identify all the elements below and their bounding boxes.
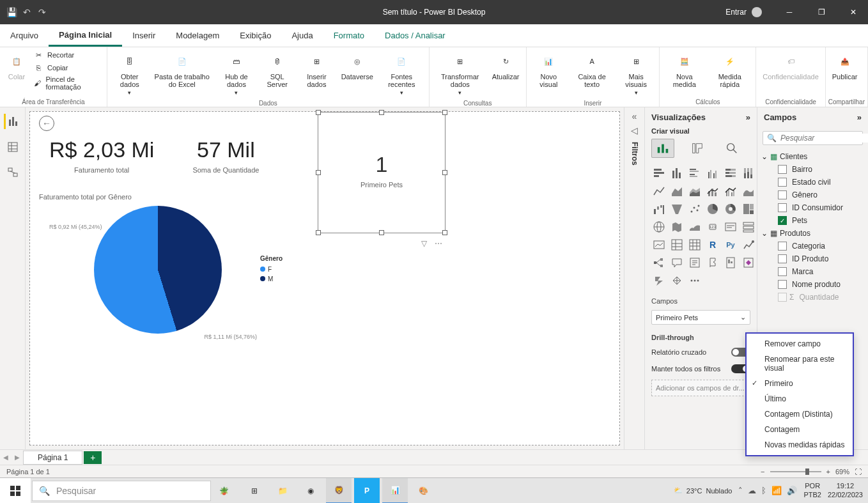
hub-dados-button[interactable]: 🗃Hub de dados▾ — [215, 49, 258, 98]
line-clustered-column-icon[interactable] — [723, 183, 738, 199]
resize-handle[interactable] — [316, 170, 321, 175]
table-icon[interactable] — [687, 237, 702, 252]
checkbox[interactable] — [778, 280, 787, 289]
close-button[interactable]: ✕ — [839, 0, 868, 24]
goals-icon[interactable] — [705, 255, 720, 270]
field-quantidade[interactable]: ΣQuantidade — [761, 291, 864, 304]
mais-visuais-button[interactable]: ⊞Mais visuais▾ — [616, 49, 656, 98]
ribbon-chart-icon[interactable] — [741, 183, 756, 199]
stacked-bar-icon[interactable] — [651, 166, 667, 181]
menu-formato[interactable]: Formato — [323, 24, 375, 47]
more-visuals-icon[interactable] — [687, 273, 702, 288]
pincel-button[interactable]: 🖌Pincel de formatação — [33, 75, 102, 91]
field-estado-civil[interactable]: Estado civil — [761, 176, 864, 189]
qa-visual-icon[interactable] — [669, 255, 685, 270]
menu-contagem[interactable]: Contagem — [747, 422, 853, 437]
r-visual-icon[interactable]: R — [705, 237, 720, 252]
more-icon[interactable]: ⋯ — [435, 239, 442, 248]
checkbox[interactable] — [778, 254, 787, 263]
kpi-faturamento[interactable]: R$ 2,03 Mi Faturamento total — [49, 137, 154, 174]
maximize-button[interactable]: ❐ — [807, 0, 836, 24]
field-categoria[interactable]: Categoria — [761, 240, 864, 252]
report-view-button[interactable] — [4, 114, 19, 129]
slicer-icon[interactable] — [669, 237, 685, 252]
resize-handle[interactable] — [379, 110, 384, 115]
field-nome-produto[interactable]: Nome produto — [761, 278, 864, 291]
menu-contagem-distinta[interactable]: Contagem (Distinta) — [747, 406, 853, 422]
clustered-column-icon[interactable] — [705, 166, 720, 181]
powerbi-icon[interactable]: 📊 — [382, 478, 408, 504]
obter-dados-button[interactable]: 🗄Obter dados▾ — [110, 49, 150, 98]
inserir-dados-button[interactable]: ⊞Inserir dados — [296, 49, 337, 91]
collapse-icon[interactable]: » — [746, 112, 750, 122]
save-icon[interactable]: 💾 — [6, 7, 17, 17]
add-page-button[interactable]: + — [84, 451, 102, 464]
confidencialidade-button[interactable]: 🏷Confidencialidade — [759, 49, 822, 83]
data-view-button[interactable] — [5, 139, 20, 155]
resize-handle[interactable] — [442, 110, 447, 115]
line-chart-icon[interactable] — [651, 183, 667, 199]
menu-exibicao[interactable]: Exibição — [229, 24, 281, 47]
menu-dados-analisar[interactable]: Dados / Analisar — [375, 24, 456, 47]
power-apps-icon[interactable] — [741, 255, 756, 270]
menu-ultimo[interactable]: Último — [747, 391, 853, 406]
caixa-texto-button[interactable]: ACaixa de texto — [568, 49, 616, 91]
stacked-column-100-icon[interactable] — [741, 166, 756, 181]
weather-widget[interactable]: ⛅ 23°C Nublado — [674, 486, 732, 495]
checkbox[interactable] — [778, 242, 787, 251]
pie-chart-icon[interactable] — [705, 201, 720, 217]
map-icon[interactable] — [651, 219, 667, 235]
report-canvas[interactable]: ← R$ 2,03 Mi Faturamento total 57 Mil So… — [29, 111, 620, 445]
drill-drop-area[interactable]: Adicionar os campos de dr... — [651, 380, 750, 396]
menu-pagina-inicial[interactable]: Página Inicial — [49, 24, 122, 47]
menu-renomear[interactable]: Renomear para este visual — [747, 352, 853, 376]
donut-chart-icon[interactable] — [723, 201, 738, 217]
area-chart-icon[interactable] — [669, 183, 685, 199]
selected-visual[interactable]: 1 Primeiro Pets ▽ ⋯ — [318, 112, 446, 233]
multi-row-card-icon[interactable] — [741, 219, 756, 235]
app-p-icon[interactable]: P — [354, 478, 380, 504]
checkbox[interactable] — [778, 293, 787, 302]
fontes-recentes-button[interactable]: 📄Fontes recentes▾ — [377, 49, 426, 98]
dataverse-button[interactable]: ◎Dataverse — [337, 49, 377, 83]
resize-handle[interactable] — [316, 110, 321, 115]
paginated-report-icon[interactable] — [723, 255, 738, 270]
copiar-button[interactable]: ⎘Copiar — [33, 63, 102, 73]
resize-handle[interactable] — [442, 170, 447, 175]
tray-chevron-icon[interactable]: ˄ — [738, 486, 743, 495]
stacked-column-icon[interactable] — [669, 166, 685, 181]
collapse-icon[interactable]: » — [857, 112, 862, 122]
search-input[interactable] — [780, 134, 868, 143]
checkbox-checked[interactable]: ✓ — [778, 216, 787, 225]
undo-icon[interactable]: ↶ — [22, 7, 32, 17]
table-produtos[interactable]: ⌄▦Produtos — [761, 227, 864, 240]
checkbox[interactable] — [778, 165, 787, 174]
brave-icon[interactable]: 🦁 — [326, 478, 352, 504]
checkbox[interactable] — [778, 178, 787, 187]
waterfall-icon[interactable] — [651, 201, 667, 217]
filter-icon[interactable]: ▽ — [421, 239, 427, 248]
back-arrow-icon[interactable]: ← — [39, 116, 54, 131]
decomposition-tree-icon[interactable] — [651, 255, 667, 270]
zoom-out-button[interactable]: − — [761, 468, 764, 476]
build-visual-tab[interactable] — [651, 139, 674, 158]
field-id-produto[interactable]: ID Produto — [761, 252, 864, 265]
menu-arquivo[interactable]: Arquivo — [0, 24, 49, 47]
wifi-icon[interactable]: 📶 — [771, 486, 782, 495]
scatter-icon[interactable] — [687, 201, 702, 217]
pasta-excel-button[interactable]: 📄Pasta de trabalho do Excel — [150, 49, 215, 91]
datetime[interactable]: 19:12 22/02/2023 — [828, 482, 863, 499]
field-bairro[interactable]: Bairro — [761, 163, 864, 176]
task-view-icon[interactable]: ⊞ — [242, 478, 267, 504]
desk-widget-icon[interactable]: 🪴 — [211, 478, 236, 504]
kpi-icon[interactable] — [651, 237, 667, 252]
file-explorer-icon[interactable]: 📁 — [270, 478, 295, 504]
clustered-bar-icon[interactable] — [687, 166, 702, 181]
checkbox[interactable] — [778, 203, 787, 212]
narrative-icon[interactable] — [687, 255, 702, 270]
menu-primeiro[interactable]: Primeiro — [747, 376, 853, 391]
clock[interactable]: POR PTB2 — [803, 482, 821, 499]
novo-visual-button[interactable]: 📊Novo visual — [529, 49, 569, 91]
stacked-area-icon[interactable] — [687, 183, 702, 199]
treemap-icon[interactable] — [741, 201, 756, 217]
